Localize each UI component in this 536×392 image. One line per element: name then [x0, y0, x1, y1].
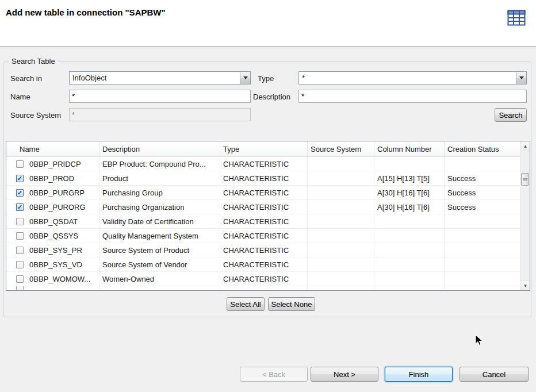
chevron-down-icon[interactable] — [516, 72, 526, 84]
cancel-button[interactable]: Cancel — [460, 367, 529, 382]
table-row[interactable]: ✓ 0BBP_PURORG Purchasing Organization CH… — [6, 200, 530, 214]
row-description: Source System of Product — [99, 243, 220, 257]
next-button[interactable]: Next > — [311, 367, 378, 382]
row-source-system — [308, 157, 374, 171]
row-name: 0BBP_QSDAT — [29, 217, 78, 226]
row-checkbox[interactable] — [16, 160, 24, 168]
select-none-button[interactable]: Select None — [268, 297, 315, 311]
cell-name: 0BBP_SYS_VD — [6, 258, 99, 271]
table-row[interactable]: 0BBP_SYS_PR Source System of Product CHA… — [6, 243, 530, 258]
finish-button[interactable]: Finish — [385, 367, 453, 382]
row-source-system — [308, 229, 374, 243]
select-all-button[interactable]: Select All — [227, 297, 265, 311]
cell-name: 0BBP_WOMOW... — [6, 272, 99, 286]
dialog-header: Add new table in connection "SAPBW" — [0, 0, 536, 46]
row-name: 0BBP_WOMOW... — [29, 275, 90, 283]
column-header-source-system[interactable]: Source System — [308, 141, 374, 156]
row-source-system — [308, 214, 374, 228]
search-button[interactable]: Search — [495, 108, 527, 122]
row-description: Quality Management System — [99, 229, 220, 243]
cell-name: ✓ 0BBP_PROD — [6, 171, 99, 185]
chevron-down-icon[interactable] — [240, 72, 250, 84]
scroll-up-icon[interactable]: ▲ — [520, 141, 530, 151]
search-group-title: Search Table — [9, 57, 58, 66]
table-row[interactable]: ✓ 0BBP_PURGRP Purchasing Group CHARACTER… — [6, 186, 530, 200]
row-source-system — [308, 171, 374, 185]
column-header-description[interactable]: Description — [99, 141, 220, 156]
cell-name: 0BBP_QSSYS — [6, 229, 99, 243]
row-type: CHARACTERISTIC — [220, 186, 308, 199]
table-row[interactable] — [6, 286, 530, 290]
scroll-down-icon[interactable]: ▼ — [520, 280, 530, 290]
vertical-scrollbar[interactable]: ▲ ▼ — [520, 141, 530, 290]
row-column-number — [374, 214, 445, 228]
search-in-dropdown[interactable]: InfoObject — [69, 71, 251, 84]
row-checkbox[interactable]: ✓ — [16, 203, 24, 211]
row-column-number — [374, 229, 445, 243]
search-in-value: InfoObject — [70, 74, 240, 82]
row-column-number: A[15] H[13] T[5] — [374, 171, 445, 185]
cell-name: ✓ 0BBP_PURORG — [6, 200, 99, 214]
row-source-system — [308, 186, 374, 199]
table-header: Name Description Type Source System Colu… — [6, 141, 530, 157]
back-button[interactable]: < Back — [240, 367, 308, 382]
row-name: 0BBP_QSSYS — [29, 232, 78, 240]
type-value: * — [299, 74, 516, 82]
row-column-number — [374, 272, 445, 286]
table-row[interactable]: 0BBP_QSSYS Quality Management System CHA… — [6, 229, 530, 243]
row-source-system — [308, 258, 374, 271]
description-label: Description — [253, 93, 290, 101]
name-label: Name — [10, 93, 30, 101]
row-description — [99, 286, 220, 290]
table-body: 0BBP_PRIDCP EBP Product: Compound Pro...… — [6, 157, 530, 290]
type-label: Type — [258, 74, 274, 83]
row-checkbox[interactable] — [16, 232, 24, 240]
row-checkbox[interactable]: ✓ — [16, 189, 24, 197]
column-header-creation-status[interactable]: Creation Status — [445, 141, 521, 156]
column-header-type[interactable]: Type — [220, 141, 308, 156]
row-type: CHARACTERISTIC — [220, 243, 308, 257]
row-column-number: A[30] H[16] T[6] — [374, 200, 445, 214]
row-checkbox[interactable] — [16, 218, 24, 225]
row-checkbox[interactable] — [16, 286, 24, 290]
row-creation-status — [445, 214, 521, 228]
page-title: Add new table in connection "SAPBW" — [6, 7, 166, 17]
table-row[interactable]: 0BBP_SYS_VD Source System of Vendor CHAR… — [6, 258, 530, 272]
row-description: Purchasing Group — [99, 186, 220, 199]
table-row[interactable]: 0BBP_QSDAT Validity Date of Certificatio… — [6, 214, 530, 229]
row-creation-status — [445, 272, 521, 286]
row-checkbox[interactable] — [16, 261, 24, 268]
cell-name — [6, 286, 99, 290]
row-column-number — [374, 243, 445, 257]
row-checkbox[interactable]: ✓ — [16, 175, 24, 182]
row-description: Source System of Vendor — [99, 258, 220, 271]
table-row[interactable]: ✓ 0BBP_PROD Product CHARACTERISTIC A[15]… — [6, 171, 530, 186]
column-header-column-number[interactable]: Column Number — [374, 141, 445, 156]
table-row[interactable]: 0BBP_PRIDCP EBP Product: Compound Pro...… — [6, 157, 530, 171]
search-in-label: Search in — [10, 74, 42, 83]
table-row[interactable]: 0BBP_WOMOW... Women-Owned CHARACTERISTIC — [6, 272, 530, 286]
row-description: EBP Product: Compound Pro... — [99, 157, 220, 171]
row-description: Product — [99, 171, 220, 185]
row-creation-status — [445, 229, 521, 243]
row-checkbox[interactable] — [16, 247, 24, 254]
row-creation-status — [445, 243, 521, 257]
description-input[interactable] — [298, 90, 527, 103]
row-column-number — [374, 157, 445, 171]
row-type: CHARACTERISTIC — [220, 229, 308, 243]
row-type — [220, 286, 308, 290]
cell-name: 0BBP_SYS_PR — [6, 243, 99, 257]
row-name: 0BBP_PURORG — [29, 203, 86, 212]
row-name: 0BBP_PROD — [29, 174, 74, 183]
scrollbar-thumb[interactable] — [521, 173, 529, 186]
column-header-name[interactable]: Name — [6, 141, 99, 156]
name-input[interactable] — [69, 90, 251, 103]
row-name: 0BBP_SYS_VD — [29, 260, 82, 269]
row-column-number — [374, 258, 445, 271]
source-system-input — [69, 108, 251, 121]
cell-name: 0BBP_QSDAT — [6, 214, 99, 228]
row-column-number: A[30] H[16] T[6] — [374, 186, 445, 199]
row-column-number — [374, 286, 445, 290]
type-dropdown[interactable]: * — [298, 71, 527, 84]
row-checkbox[interactable] — [16, 275, 24, 283]
